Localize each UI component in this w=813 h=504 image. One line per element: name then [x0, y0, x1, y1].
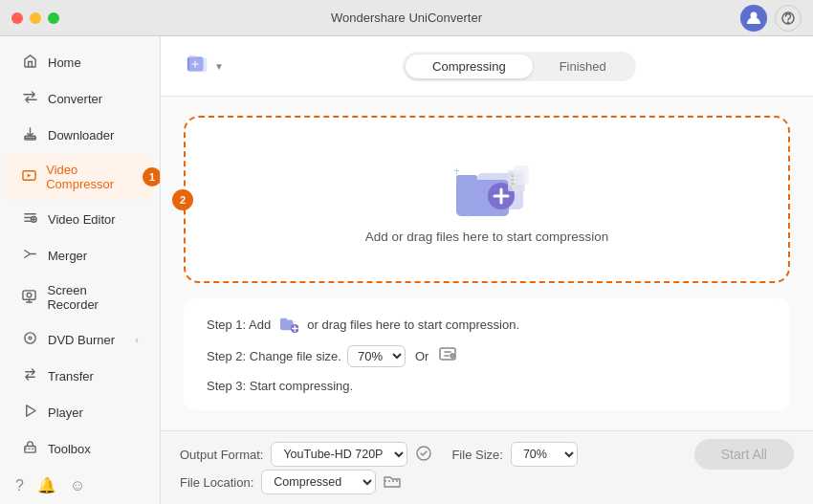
sidebar-label-downloader: Downloader	[48, 128, 114, 142]
user-icon[interactable]	[740, 5, 767, 32]
sidebar: Home Converter Downloader	[0, 36, 161, 504]
toolbar: ▼ Compressing Finished	[161, 36, 813, 97]
player-icon	[21, 404, 38, 421]
sidebar-label-transfer: Transfer	[48, 369, 94, 383]
sidebar-label-merger: Merger	[48, 249, 87, 263]
sidebar-label-screen-recorder: Screen Recorder	[47, 283, 139, 312]
svg-rect-21	[280, 318, 287, 323]
drop-zone[interactable]: 2	[184, 116, 790, 283]
start-all-button[interactable]: Start All	[694, 439, 794, 470]
sidebar-label-video-compressor: Video Compressor	[46, 163, 139, 191]
help-icon[interactable]: ?	[15, 477, 24, 494]
sidebar-label-home: Home	[48, 55, 81, 70]
title-bar: Wondershare UniConverter	[0, 0, 813, 36]
svg-rect-6	[23, 291, 35, 299]
file-size-label: File Size:	[451, 448, 502, 462]
output-format-field: Output Format: YouTube-HD 720P 1080P 480…	[180, 442, 432, 467]
home-icon	[21, 54, 38, 71]
tab-group: Compressing Finished	[403, 52, 636, 81]
step-2-row: Step 2: Change file size. 70% 50% 80% 90…	[207, 344, 767, 367]
tab-finished[interactable]: Finished	[533, 55, 633, 78]
downloader-icon	[21, 126, 38, 143]
step-1-row: Step 1: Add or drag files here to start …	[207, 316, 767, 333]
add-files-button[interactable]: ▼	[180, 48, 230, 84]
add-files-icon	[186, 52, 210, 80]
step-3-row: Step 3: Start compressing.	[207, 379, 767, 393]
sidebar-item-merger[interactable]: Merger	[6, 238, 154, 273]
screen-recorder-icon	[21, 289, 37, 306]
video-editor-icon	[21, 210, 38, 228]
sidebar-item-transfer[interactable]: Transfer	[6, 359, 154, 393]
sidebar-label-converter: Converter	[48, 92, 102, 106]
svg-text:+: +	[466, 209, 472, 220]
svg-point-9	[29, 337, 32, 340]
add-chevron-icon: ▼	[214, 61, 224, 72]
support-icon[interactable]	[775, 5, 802, 32]
close-button[interactable]	[11, 12, 23, 24]
step2-or: Or	[415, 349, 428, 363]
maximize-button[interactable]	[48, 12, 59, 24]
sidebar-label-player: Player	[48, 405, 83, 420]
step3-text: Step 3: Start compressing.	[207, 379, 353, 393]
dvd-burner-icon	[21, 331, 38, 348]
step2-text: Step 2: Change file size.	[207, 349, 341, 363]
steps-area: Step 1: Add or drag files here to start …	[184, 298, 790, 410]
sidebar-item-video-editor[interactable]: Video Editor	[6, 202, 154, 236]
badge-2: 2	[172, 189, 193, 210]
traffic-lights	[11, 12, 59, 24]
collapse-icon: ‹	[135, 334, 139, 345]
step1-prefix: Step 1: Add	[207, 318, 271, 332]
minimize-button[interactable]	[30, 12, 41, 24]
custom-size-icon[interactable]	[438, 344, 457, 367]
transfer-icon	[21, 367, 38, 384]
output-format-label: Output Format:	[180, 448, 263, 462]
file-location-label: File Location:	[180, 475, 253, 490]
sidebar-item-video-compressor[interactable]: Video Compressor 1	[6, 154, 154, 200]
svg-rect-17	[514, 165, 529, 185]
notification-icon[interactable]: 🔔	[37, 476, 56, 494]
title-actions	[740, 5, 802, 32]
converter-icon	[21, 90, 38, 107]
folder-illustration: + +	[449, 156, 525, 218]
app-body: Home Converter Downloader	[0, 36, 813, 504]
sidebar-label-toolbox: Toolbox	[48, 442, 91, 456]
sidebar-item-screen-recorder[interactable]: Screen Recorder	[6, 274, 154, 320]
feedback-icon[interactable]: ☺	[70, 477, 85, 494]
video-compressor-icon	[21, 168, 36, 186]
file-size-field: File Size: 70% 50% 80%	[451, 442, 577, 467]
size-select[interactable]: 70% 50% 80% 90%	[347, 345, 406, 367]
svg-point-7	[27, 293, 32, 297]
sidebar-item-toolbox[interactable]: Toolbox	[6, 431, 154, 466]
tab-compressing[interactable]: Compressing	[406, 55, 533, 78]
sidebar-label-video-editor: Video Editor	[48, 212, 116, 227]
step1-add-icon	[279, 316, 298, 333]
quality-icon[interactable]	[415, 445, 432, 465]
merger-icon	[21, 247, 38, 264]
svg-point-25	[417, 447, 430, 460]
sidebar-label-dvd-burner: DVD Burner	[48, 333, 115, 347]
sidebar-bottom: ? 🔔 ☺	[0, 467, 160, 504]
svg-point-8	[24, 333, 34, 343]
main-content: ▼ Compressing Finished 2	[161, 36, 813, 504]
step1-suffix: or drag files here to start compression.	[307, 318, 519, 332]
sidebar-item-converter[interactable]: Converter	[6, 81, 154, 116]
svg-text:+: +	[453, 164, 460, 178]
folder-open-icon[interactable]	[384, 473, 401, 492]
file-location-row: File Location: Compressed Custom...	[161, 470, 813, 504]
svg-point-2	[787, 22, 788, 23]
app-title: Wondershare UniConverter	[331, 11, 482, 25]
badge-1: 1	[143, 167, 161, 186]
output-format-select[interactable]: YouTube-HD 720P 1080P 480P	[271, 442, 407, 467]
sidebar-item-dvd-burner[interactable]: DVD Burner ‹	[6, 322, 154, 357]
sidebar-item-home[interactable]: Home	[6, 45, 154, 79]
sidebar-item-player[interactable]: Player	[6, 395, 154, 429]
file-size-select[interactable]: 70% 50% 80%	[511, 442, 578, 467]
toolbox-icon	[21, 440, 38, 457]
drop-zone-text: Add or drag files here to start compress…	[365, 230, 608, 244]
sidebar-item-downloader[interactable]: Downloader	[6, 118, 154, 152]
file-location-select[interactable]: Compressed Custom...	[261, 470, 376, 494]
content-area: 2	[161, 97, 813, 430]
